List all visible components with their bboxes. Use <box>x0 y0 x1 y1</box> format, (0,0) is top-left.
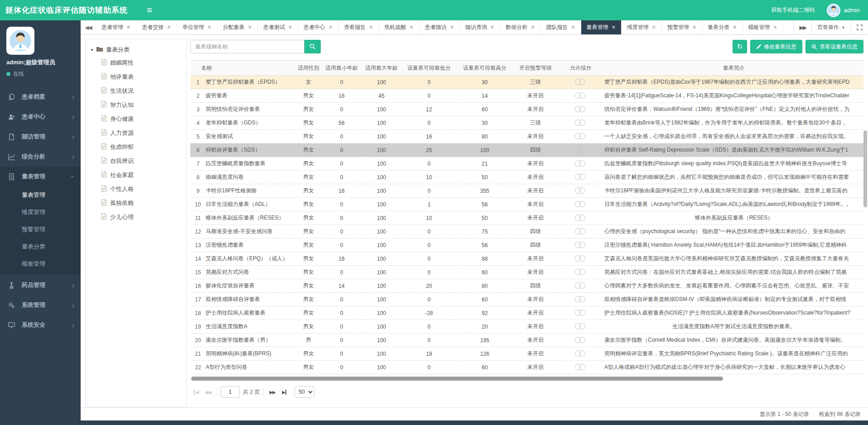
table-row[interactable]: 9卡特尔16PF性格测验男女161000355未开启卡特尔16PF测验由美国伊利… <box>190 184 863 198</box>
toggle-off-icon[interactable] <box>575 174 587 181</box>
fullscreen-icon[interactable] <box>851 20 868 34</box>
tree-item-社会家庭[interactable]: 社会家庭 <box>90 168 182 182</box>
tab-分配量表[interactable]: 分配量表✕ <box>217 20 258 34</box>
sidebar-item-患者档案[interactable]: 患者档案› <box>0 87 81 107</box>
sidebar-item-综合分析[interactable]: 综合分析› <box>0 147 81 167</box>
table-row[interactable]: 19生活满意度指数A男女0100020未开启生活满意度指数A用于测试生活满意度指… <box>190 320 863 334</box>
toggle-off-icon[interactable] <box>575 364 587 371</box>
search-button[interactable] <box>304 40 321 53</box>
tree-item-生活状况[interactable]: 生活状况 <box>90 84 182 98</box>
tree-item-个性人格[interactable]: 个性人格 <box>90 182 182 196</box>
tab-ops-dropdown[interactable]: 页签操作 ▼ <box>811 20 851 34</box>
view-scale-button[interactable]: 查看该量表信息 <box>805 40 863 53</box>
submenu-item-模板管理[interactable]: 模板管理 <box>0 255 81 272</box>
tabs-scroll-right-icon[interactable]: ▶▶ <box>794 20 811 34</box>
sidebar-item-药品管理[interactable]: 药品管理› <box>0 275 81 295</box>
tab-查看报告[interactable]: 查看报告✕ <box>338 20 379 34</box>
tab-close-icon[interactable]: ✕ <box>450 24 454 30</box>
qr-code-link[interactable]: 获取手机端二维码 <box>772 6 815 14</box>
sidebar-item-系统安全[interactable]: 系统安全› <box>0 315 81 335</box>
tab-维度管理[interactable]: 维度管理✕ <box>622 20 662 34</box>
page-number-input[interactable] <box>221 386 240 398</box>
toggle-off-icon[interactable] <box>575 255 587 262</box>
tab-close-icon[interactable]: ✕ <box>490 24 494 30</box>
submenu-item-量表管理[interactable]: 量表管理 <box>0 186 81 204</box>
toggle-off-icon[interactable] <box>575 92 587 99</box>
toggle-off-icon[interactable] <box>575 282 587 289</box>
column-header-允许续作[interactable]: 允许续作 <box>557 64 604 72</box>
toggle-off-icon[interactable] <box>575 160 587 167</box>
toggle-off-icon[interactable] <box>575 147 587 153</box>
tab-close-icon[interactable]: ✕ <box>733 24 737 30</box>
horizontal-scrollbar[interactable] <box>190 376 863 382</box>
column-header-该量表可得最低分[interactable]: 该量表可得最低分 <box>402 64 456 72</box>
toggle-off-icon[interactable] <box>575 337 587 344</box>
table-row[interactable]: 22A型行为类型问卷男女0100060未开启A型人格或称A型行为模式的提出是心理… <box>190 361 863 374</box>
column-header-名称[interactable]: 名称 <box>190 64 294 72</box>
tab-患者随访[interactable]: 患者随访✕ <box>420 20 460 34</box>
column-header-适用最大年龄[interactable]: 适用最大年龄 <box>361 64 402 72</box>
table-row[interactable]: 2疲劳量表男女1845014未开启疲劳量表-14[1](FatigueScale… <box>190 89 863 103</box>
table-row[interactable]: 10日常生活能力量表（ADL）男女0100156未开启日常生活能力量表（Acti… <box>190 198 863 211</box>
sidebar-item-系统管理[interactable]: 系统管理› <box>0 295 81 315</box>
user-avatar[interactable] <box>827 4 840 17</box>
tab-close-icon[interactable]: ✕ <box>410 24 414 30</box>
toggle-off-icon[interactable] <box>575 269 587 276</box>
tab-患者管理[interactable]: 患者管理✕ <box>96 20 136 34</box>
tab-close-icon[interactable]: ✕ <box>773 24 777 30</box>
tab-close-icon[interactable]: ✕ <box>207 24 211 30</box>
toggle-off-icon[interactable] <box>575 296 587 303</box>
column-header-适用性别[interactable]: 适用性别 <box>294 64 323 72</box>
tab-模板管理[interactable]: 模板管理✕ <box>743 20 783 34</box>
toggle-off-icon[interactable] <box>575 201 587 208</box>
column-header-适用最小年龄[interactable]: 适用最小年龄 <box>323 64 361 72</box>
table-row[interactable]: 12马斯洛安全感-不安全感问卷男女0100075四级心理的安全感（psychol… <box>190 225 863 239</box>
tab-量表管理[interactable]: 量表管理✕ <box>581 20 622 34</box>
tab-close-icon[interactable]: ✕ <box>369 24 373 30</box>
tab-close-icon[interactable]: ✕ <box>652 24 656 30</box>
tabs-scroll-left-icon[interactable]: ◀◀ <box>81 20 96 34</box>
submenu-item-维度管理[interactable]: 维度管理 <box>0 204 81 221</box>
table-row[interactable]: 13汉密顿焦虑量表男女0100056四级汉密尔顿焦虑量表( Hamilton A… <box>190 239 863 252</box>
tree-item-自我辨识[interactable]: 自我辨识 <box>90 154 182 168</box>
sidebar-item-量表管理[interactable]: 量表管理› <box>0 167 81 186</box>
edit-scale-button[interactable]: 修改量表信息 <box>750 40 802 53</box>
tab-close-icon[interactable]: ✕ <box>328 24 333 30</box>
first-page-button[interactable]: ◀ <box>190 386 202 398</box>
tree-root-scale-category[interactable]: ▼ 量表分类 <box>90 46 182 54</box>
toggle-off-icon[interactable] <box>575 187 587 194</box>
toggle-off-icon[interactable] <box>575 323 587 330</box>
table-row[interactable]: 14艾森克人格问卷（EPQ）（成人）男女16100088未开启艾森克人格问卷是英… <box>190 252 863 266</box>
tab-close-icon[interactable]: ✕ <box>571 24 575 30</box>
table-row[interactable]: 3简明惧怕否定评价量表男女01001260未开启惧怕否定评价量表：Watson和… <box>190 103 863 116</box>
tree-expand-caret-icon[interactable]: ▼ <box>90 48 94 52</box>
column-header-该量表可得最高分[interactable]: 该量表可得最高分 <box>456 64 514 72</box>
profile-avatar[interactable] <box>6 27 34 55</box>
table-row[interactable]: 7匹茨堡睡眠质量指数量表男女0100021未开启匹兹堡睡眠质量指数(Pittsb… <box>190 157 863 171</box>
hscroll-thumb[interactable] <box>191 377 723 381</box>
prev-page-button[interactable]: ◀◀ <box>202 386 214 398</box>
sidebar-item-患者中心[interactable]: 患者中心› <box>0 107 81 127</box>
table-row[interactable]: 18护士用住院病人观察量表男女0100-2892未开启护士用住院病人观察量表(N… <box>190 306 863 320</box>
next-page-button[interactable]: ▶▶ <box>266 386 278 398</box>
toggle-off-icon[interactable] <box>575 79 587 86</box>
tab-随访查询[interactable]: 随访查询✕ <box>460 20 500 34</box>
vscroll-thumb[interactable] <box>863 130 867 207</box>
tab-close-icon[interactable]: ✕ <box>612 24 616 30</box>
toggle-off-icon[interactable] <box>575 228 587 235</box>
username[interactable]: admin <box>844 7 860 14</box>
tree-item-身心健康[interactable]: 身心健康 <box>90 112 182 126</box>
submenu-item-量表分类[interactable]: 量表分类 <box>0 238 81 255</box>
tab-close-icon[interactable]: ✕ <box>248 24 252 30</box>
table-row[interactable]: 11锥体外系副反应量表（RESES）男女01001050未开启锥体外系副反应量表… <box>190 211 863 225</box>
tab-患者中心[interactable]: 患者中心✕ <box>298 20 338 34</box>
tree-item-智力认知[interactable]: 智力认知 <box>90 98 182 112</box>
tab-量表分类[interactable]: 量表分类✕ <box>702 20 743 34</box>
submenu-item-预警管理[interactable]: 预警管理 <box>0 221 81 238</box>
table-row[interactable]: 5安全感测试男女01001680未开启一个人缺乏安全感，心理成长就会停滞，而有安… <box>190 130 863 143</box>
tree-item-他评量表[interactable]: 他评量表 <box>90 70 182 84</box>
table-row[interactable]: 20康奈尔医学指数量表（男）男01000195未开启康奈尔医学指数（Cornel… <box>190 334 863 347</box>
toggle-off-icon[interactable] <box>575 350 587 357</box>
toggle-off-icon[interactable] <box>575 106 587 113</box>
search-input[interactable] <box>190 40 304 53</box>
